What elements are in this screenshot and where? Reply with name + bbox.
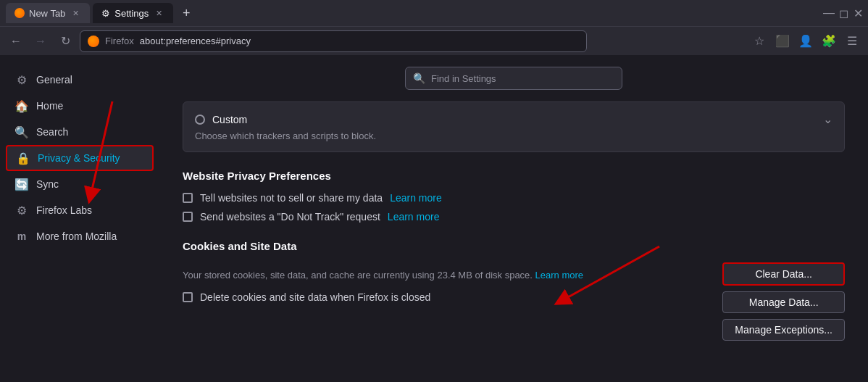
sidebar-item-sync-label: Sync: [36, 178, 59, 190]
sidebar-item-mozilla[interactable]: m More from Mozilla: [6, 223, 154, 249]
address-url: about:preferences#privacy: [140, 36, 251, 46]
find-bar[interactable]: 🔍: [405, 67, 622, 90]
sidebar: ⚙ General 🏠 Home 🔍 Search 🔒 Privacy & Se…: [0, 55, 159, 382]
sidebar-item-search-label: Search: [36, 126, 68, 138]
forward-button[interactable]: →: [30, 31, 51, 51]
sidebar-item-search[interactable]: 🔍 Search: [6, 119, 154, 145]
sidebar-item-sync[interactable]: 🔄 Sync: [6, 171, 154, 197]
custom-card: Custom ⌄ Choose which trackers and scrip…: [183, 101, 845, 152]
bookmark-icon[interactable]: ☆: [749, 31, 769, 51]
sidebar-item-home-label: Home: [36, 100, 63, 112]
pocket-icon[interactable]: ⬛: [772, 31, 793, 51]
custom-description: Choose which trackers and scripts to blo…: [195, 130, 832, 141]
find-bar-container: 🔍: [183, 67, 845, 90]
privacy-preferences-section: Website Privacy Preferences Tell website…: [183, 170, 845, 223]
cookies-title: Cookies and Site Data: [183, 240, 845, 252]
delete-cookies-text: Delete cookies and site data when Firefo…: [200, 291, 430, 303]
browser-label: Firefox: [105, 36, 134, 46]
new-tab-favicon: [14, 8, 25, 18]
content-area: 🔍 Custom ⌄ Choose which trackers and scr…: [159, 55, 868, 382]
cookies-buttons: Clear Data... Manage Data... Manage Exce…: [722, 262, 845, 341]
labs-icon: ⚙: [14, 204, 29, 217]
custom-radio[interactable]: [195, 115, 205, 125]
nav-icons-right: ☆ ⬛ 👤 🧩 ☰: [749, 31, 862, 51]
sidebar-item-labs-label: Firefox Labs: [36, 204, 92, 216]
sync-icon: 🔄: [14, 178, 29, 191]
close-button[interactable]: ✕: [854, 9, 862, 17]
custom-header: Custom ⌄: [195, 112, 832, 126]
tabs-area: New Tab ✕ ⚙ Settings ✕ +: [6, 3, 825, 23]
find-settings-input[interactable]: [431, 73, 614, 84]
search-sidebar-icon: 🔍: [14, 125, 29, 139]
close-settings-button[interactable]: ✕: [153, 7, 164, 19]
checkbox-dnt-text: Send websites a "Do Not Track" request: [200, 211, 380, 223]
tab-new-tab[interactable]: New Tab ✕: [6, 3, 90, 23]
checkbox-row-2: Send websites a "Do Not Track" request L…: [183, 211, 845, 223]
sidebar-item-home[interactable]: 🏠 Home: [6, 93, 154, 119]
home-icon: 🏠: [14, 99, 29, 113]
sidebar-item-labs[interactable]: ⚙ Firefox Labs: [6, 197, 154, 223]
sidebar-item-general-label: General: [36, 74, 72, 86]
cookies-learn-more-link[interactable]: Learn more: [535, 270, 583, 281]
cookies-layout: Your stored cookies, site data, and cach…: [183, 262, 845, 341]
cookies-left: Your stored cookies, site data, and cach…: [183, 262, 708, 310]
general-icon: ⚙: [14, 73, 29, 87]
privacy-icon: 🔒: [16, 151, 30, 165]
checkbox-delete-on-close[interactable]: [183, 292, 193, 302]
sidebar-item-general[interactable]: ⚙ General: [6, 67, 154, 93]
settings-tab-label: Settings: [114, 8, 149, 19]
restore-button[interactable]: ◻: [839, 9, 848, 17]
cookies-section: Cookies and Site Data Your stored cookie…: [183, 240, 845, 341]
learn-more-link-1[interactable]: Learn more: [390, 192, 442, 204]
checkbox-dnt[interactable]: [183, 212, 193, 222]
main-layout: ⚙ General 🏠 Home 🔍 Search 🔒 Privacy & Se…: [0, 55, 868, 382]
new-tab-label: New Tab: [29, 8, 65, 19]
delete-cookies-row: Delete cookies and site data when Firefo…: [183, 291, 708, 303]
sidebar-item-privacy[interactable]: 🔒 Privacy & Security: [6, 145, 154, 171]
checkbox-sell-data[interactable]: [183, 193, 193, 203]
learn-more-link-2[interactable]: Learn more: [388, 211, 440, 223]
sidebar-item-mozilla-label: More from Mozilla: [36, 231, 117, 242]
firefox-logo-icon: [88, 36, 99, 47]
reload-button[interactable]: ↻: [55, 31, 75, 51]
checkbox-row-1: Tell websites not to sell or share my da…: [183, 192, 845, 204]
minimize-button[interactable]: ―: [825, 9, 833, 17]
nav-bar: ← → ↻ Firefox about:preferences#privacy …: [0, 26, 868, 55]
find-icon: 🔍: [413, 72, 425, 84]
settings-tab-icon: ⚙: [101, 8, 110, 19]
address-bar[interactable]: Firefox about:preferences#privacy: [80, 30, 587, 52]
window-controls: ― ◻ ✕: [825, 9, 862, 17]
clear-data-button[interactable]: Clear Data...: [722, 262, 845, 286]
sidebar-item-privacy-label: Privacy & Security: [38, 152, 120, 164]
back-button[interactable]: ←: [6, 31, 26, 51]
title-bar: New Tab ✕ ⚙ Settings ✕ + ― ◻ ✕: [0, 0, 868, 26]
tab-settings[interactable]: ⚙ Settings ✕: [93, 3, 173, 23]
extensions-icon[interactable]: 🧩: [819, 31, 839, 51]
privacy-preferences-title: Website Privacy Preferences: [183, 170, 845, 182]
checkbox-sell-data-text: Tell websites not to sell or share my da…: [200, 192, 383, 204]
manage-data-button[interactable]: Manage Data...: [722, 291, 845, 313]
custom-label: Custom: [212, 114, 247, 125]
chevron-down-icon[interactable]: ⌄: [823, 112, 832, 126]
account-icon[interactable]: 👤: [796, 31, 816, 51]
cookies-desc-text: Your stored cookies, site data, and cach…: [183, 270, 533, 281]
cookies-description: Your stored cookies, site data, and cach…: [183, 268, 708, 283]
menu-icon[interactable]: ☰: [842, 31, 862, 51]
manage-exceptions-button[interactable]: Manage Exceptions...: [722, 319, 845, 341]
close-new-tab-button[interactable]: ✕: [70, 7, 81, 19]
new-tab-button[interactable]: +: [176, 3, 196, 23]
mozilla-icon: m: [14, 231, 29, 242]
custom-radio-row[interactable]: Custom: [195, 114, 247, 125]
